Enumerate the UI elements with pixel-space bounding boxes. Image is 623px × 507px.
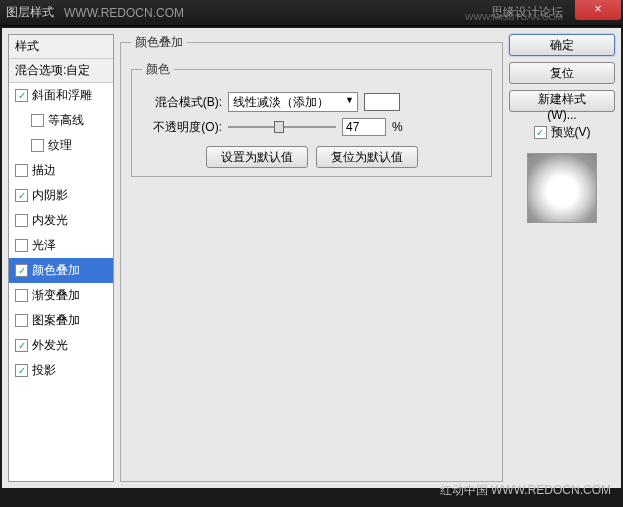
style-item-label: 内发光: [32, 212, 68, 229]
dialog-content: 样式 混合选项:自定 斜面和浮雕等高线纹理描边内阴影内发光光泽颜色叠加渐变叠加图…: [2, 28, 621, 488]
style-item[interactable]: 描边: [9, 158, 113, 183]
style-checkbox[interactable]: [15, 189, 28, 202]
color-overlay-group: 颜色叠加 颜色 混合模式(B): 线性减淡（添加） 不透明度(O):: [120, 34, 503, 482]
style-item[interactable]: 光泽: [9, 233, 113, 258]
color-overlay-legend: 颜色叠加: [131, 34, 187, 51]
style-checkbox[interactable]: [15, 164, 28, 177]
preview-thumbnail: [527, 153, 597, 223]
blend-mode-row: 混合模式(B): 线性减淡（添加）: [142, 92, 481, 112]
cancel-button[interactable]: 复位: [509, 62, 615, 84]
blend-mode-select-wrap: 线性减淡（添加）: [228, 92, 358, 112]
layer-style-dialog: 图层样式 WWW.REDOCN.COM 思缘设计论坛 WWW.MISSYUAN.…: [0, 0, 623, 507]
styles-header[interactable]: 样式: [9, 35, 113, 59]
ok-button[interactable]: 确定: [509, 34, 615, 56]
style-item[interactable]: 内阴影: [9, 183, 113, 208]
style-checkbox[interactable]: [31, 139, 44, 152]
style-item[interactable]: 投影: [9, 358, 113, 383]
style-checkbox[interactable]: [15, 314, 28, 327]
style-checkbox[interactable]: [15, 264, 28, 277]
right-column: 确定 复位 新建样式(W)... 预览(V): [509, 34, 615, 482]
style-item-label: 光泽: [32, 237, 56, 254]
opacity-label: 不透明度(O):: [142, 119, 222, 136]
style-item-label: 投影: [32, 362, 56, 379]
opacity-slider[interactable]: [228, 120, 336, 134]
style-checkbox[interactable]: [15, 89, 28, 102]
style-item-label: 外发光: [32, 337, 68, 354]
styles-list: 斜面和浮雕等高线纹理描边内阴影内发光光泽颜色叠加渐变叠加图案叠加外发光投影: [9, 83, 113, 383]
style-item-label: 描边: [32, 162, 56, 179]
style-item-label: 渐变叠加: [32, 287, 80, 304]
color-swatch[interactable]: [364, 93, 400, 111]
styles-column: 样式 混合选项:自定 斜面和浮雕等高线纹理描边内阴影内发光光泽颜色叠加渐变叠加图…: [8, 34, 114, 482]
style-checkbox[interactable]: [15, 364, 28, 377]
footer-watermark: 红动中国 WWW.REDOCN.COM: [440, 482, 611, 499]
opacity-input[interactable]: [342, 118, 386, 136]
preview-checkbox-row[interactable]: 预览(V): [509, 124, 615, 141]
style-item[interactable]: 纹理: [9, 133, 113, 158]
style-item[interactable]: 图案叠加: [9, 308, 113, 333]
reset-default-button[interactable]: 复位为默认值: [316, 146, 418, 168]
slider-thumb[interactable]: [274, 121, 284, 133]
style-item[interactable]: 斜面和浮雕: [9, 83, 113, 108]
style-item[interactable]: 内发光: [9, 208, 113, 233]
color-legend: 颜色: [142, 61, 174, 78]
blend-options-row[interactable]: 混合选项:自定: [9, 59, 113, 83]
style-item[interactable]: 颜色叠加: [9, 258, 113, 283]
style-item[interactable]: 等高线: [9, 108, 113, 133]
close-button[interactable]: ×: [575, 0, 621, 20]
close-icon: ×: [594, 2, 601, 16]
new-style-button[interactable]: 新建样式(W)...: [509, 90, 615, 112]
watermark-left: WWW.REDOCN.COM: [64, 6, 184, 20]
opacity-suffix: %: [392, 120, 403, 134]
style-item[interactable]: 外发光: [9, 333, 113, 358]
opacity-row: 不透明度(O): %: [142, 118, 481, 136]
preview-label: 预览(V): [551, 124, 591, 141]
style-item-label: 纹理: [48, 137, 72, 154]
style-checkbox[interactable]: [15, 289, 28, 302]
style-checkbox[interactable]: [31, 114, 44, 127]
style-item[interactable]: 渐变叠加: [9, 283, 113, 308]
preview-checkbox[interactable]: [534, 126, 547, 139]
style-item-label: 等高线: [48, 112, 84, 129]
default-buttons-row: 设置为默认值 复位为默认值: [142, 146, 481, 168]
style-item-label: 图案叠加: [32, 312, 80, 329]
style-checkbox[interactable]: [15, 214, 28, 227]
set-default-button[interactable]: 设置为默认值: [206, 146, 308, 168]
style-item-label: 斜面和浮雕: [32, 87, 92, 104]
style-checkbox[interactable]: [15, 339, 28, 352]
titlebar[interactable]: 图层样式 WWW.REDOCN.COM 思缘设计论坛 WWW.MISSYUAN.…: [0, 0, 623, 26]
main-column: 颜色叠加 颜色 混合模式(B): 线性减淡（添加） 不透明度(O):: [120, 34, 503, 482]
style-item-label: 内阴影: [32, 187, 68, 204]
blend-mode-select[interactable]: 线性减淡（添加）: [228, 92, 358, 112]
watermark-right-sub: WWW.MISSYUAN.COM: [465, 12, 563, 22]
style-checkbox[interactable]: [15, 239, 28, 252]
window-title: 图层样式: [6, 4, 54, 21]
style-item-label: 颜色叠加: [32, 262, 80, 279]
color-group: 颜色 混合模式(B): 线性减淡（添加） 不透明度(O):: [131, 61, 492, 177]
blend-mode-label: 混合模式(B):: [142, 94, 222, 111]
